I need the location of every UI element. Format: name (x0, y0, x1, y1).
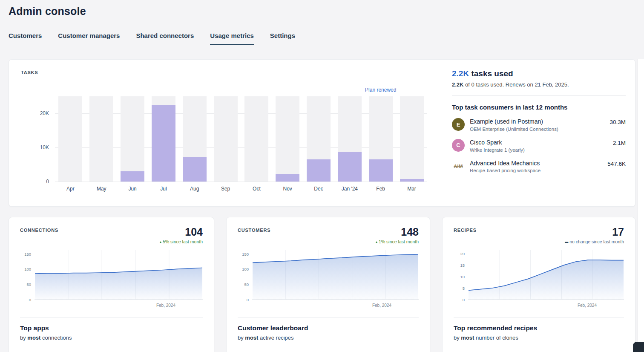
page-title: Admin console (9, 5, 635, 17)
consumer-avatar: E (452, 118, 465, 131)
x-axis-label: Feb, 2024 (238, 303, 419, 308)
tab-shared-connectors[interactable]: Shared connectors (136, 32, 194, 45)
bar-Jul (148, 96, 179, 182)
x-tick-label: Aug (179, 186, 210, 192)
tasks-used-subtitle: 2.2K of 0 tasks used. Renews on 21 Feb, … (452, 81, 626, 88)
customer-leaderboard-subtitle: by most active recipes (238, 335, 419, 341)
tab-usage-metrics[interactable]: Usage metrics (210, 32, 254, 45)
bar-Mar (396, 96, 427, 182)
consumer-plan: Recipe-based pricing workspace (470, 168, 602, 173)
x-tick-label: May (86, 186, 117, 192)
customers-change-indicator: ▴1% since last month (238, 239, 419, 244)
change-text: 1% since last month (379, 239, 419, 244)
recipes-chart-area (468, 250, 624, 300)
y-tick-label: 10K (40, 144, 49, 150)
y-axis-labels: 05101520 (454, 250, 468, 300)
tasks-used-heading-rest: tasks used (469, 69, 513, 78)
y-axis-labels: 050100150 (20, 250, 34, 300)
x-tick-label: Mar (396, 186, 427, 192)
y-tick-label: 15 (460, 263, 465, 268)
tasks-card: TASKS 010K20K Plan renewed AprMayJunJulA… (9, 59, 635, 207)
x-tick-label: Jun (117, 186, 148, 192)
bar-Apr (55, 96, 86, 182)
consumer-plan: OEM Enterprise (Unlimited Connections) (470, 127, 604, 132)
tab-customers[interactable]: Customers (9, 32, 42, 45)
y-tick-label: 10 (460, 274, 465, 279)
change-text: no change since last month (569, 239, 624, 244)
chat-widget[interactable] (633, 342, 644, 352)
y-tick-label: 5 (463, 286, 465, 291)
x-tick-label: Feb (365, 186, 396, 192)
y-tick-label: 50 (26, 282, 31, 287)
customer-leaderboard-heading: Customer leaderboard (238, 324, 419, 332)
x-tick-label: Apr (55, 186, 86, 192)
consumer-avatar: C (452, 139, 465, 152)
y-tick-label: 50 (244, 282, 249, 287)
bar-chart-bars (55, 96, 427, 182)
divider (454, 317, 624, 317)
connections-label: CONNECTIONS (20, 228, 58, 233)
x-tick-label: Dec (303, 186, 334, 192)
top-apps-heading: Top apps (20, 324, 203, 332)
y-tick-label: 0 (29, 297, 31, 302)
consumer-row-cisco-spark[interactable]: C Cisco Spark Wrike Integrate 1 (yearly)… (452, 139, 626, 153)
bar-Dec (303, 96, 334, 182)
connections-change-indicator: ▴5% since last month (20, 239, 203, 244)
gridline (55, 182, 427, 182)
metric-cards-row: CONNECTIONS 104 ▴5% since last month 050… (9, 217, 635, 352)
bar-Aug (179, 96, 210, 182)
page-scrollbar-track[interactable] (638, 59, 644, 352)
bar-Nov (272, 96, 303, 182)
y-axis-labels: 050100150 (238, 250, 252, 300)
y-tick-label: 0 (463, 297, 465, 302)
consumer-row-example[interactable]: E Example (used in Postman) OEM Enterpri… (452, 118, 626, 132)
tab-settings[interactable]: Settings (270, 32, 295, 45)
consumer-name: Cisco Spark (470, 139, 608, 146)
customers-line-chart: 050100150 (238, 250, 419, 300)
x-tick-label: Sep (210, 186, 241, 192)
consumer-row-advanced-idea-mechanics[interactable]: AIM Advanced Idea Mechanics Recipe-based… (452, 160, 626, 173)
tasks-used-heading: 2.2K tasks used (452, 69, 626, 78)
divider (20, 317, 203, 317)
y-tick-label: 0 (247, 297, 249, 302)
consumer-plan: Wrike Integrate 1 (yearly) (470, 147, 608, 153)
trend-up-icon: ▴ (376, 240, 377, 244)
recipes-change-indicator: ▬no change since last month (454, 239, 624, 244)
y-tick-label: 100 (242, 267, 249, 271)
recipes-card: RECIPES 17 ▬no change since last month 0… (442, 217, 635, 352)
customers-card: CUSTOMERS 148 ▴1% since last month 05010… (226, 217, 430, 352)
customers-chart-area (252, 250, 419, 300)
y-tick-label: 150 (242, 252, 249, 257)
plan-renewed-label: Plan renewed (365, 87, 396, 93)
top-consumers-heading: Top task consumers in last 12 months (452, 95, 626, 111)
tab-customer-managers[interactable]: Customer managers (58, 32, 120, 45)
y-tick-label: 100 (24, 267, 31, 271)
y-tick-label: 20 (460, 251, 465, 256)
recipes-label: RECIPES (454, 228, 477, 233)
bar-May (86, 96, 117, 182)
tasks-summary-panel: 2.2K tasks used 2.2K of 0 tasks used. Re… (452, 69, 626, 173)
change-text: 5% since last month (163, 239, 203, 244)
trend-up-icon: ▴ (160, 240, 161, 244)
top-recommended-recipes-subtitle: by most number of clones (454, 335, 624, 341)
plan-renewed-dashed-line (381, 94, 381, 182)
tab-bar: Customers Customer managers Shared conne… (9, 32, 635, 45)
x-axis-label: Feb, 2024 (454, 303, 624, 308)
connections-chart-area (34, 250, 203, 300)
bar-chart-x-axis: AprMayJunJulAugSepOctNovDecJan '24FebMar (55, 186, 427, 192)
bar-Jun (117, 96, 148, 182)
customers-count: 148 (401, 227, 419, 237)
x-tick-label: Nov (272, 186, 303, 192)
x-axis-label: Feb, 2024 (20, 303, 203, 308)
recipes-line-chart: 05101520 (454, 250, 624, 300)
x-tick-label: Oct (241, 186, 272, 192)
consumer-task-count: 547.6K (607, 160, 626, 167)
y-tick-label: 150 (24, 252, 31, 257)
connections-card: CONNECTIONS 104 ▴5% since last month 050… (9, 217, 214, 352)
consumer-name: Example (used in Postman) (470, 118, 604, 125)
divider (238, 317, 419, 317)
recipes-count: 17 (612, 227, 624, 237)
top-apps-subtitle: by most connections (20, 335, 203, 341)
consumer-logo-aim: AIM (452, 160, 465, 173)
consumer-task-count: 30.3M (610, 118, 626, 125)
